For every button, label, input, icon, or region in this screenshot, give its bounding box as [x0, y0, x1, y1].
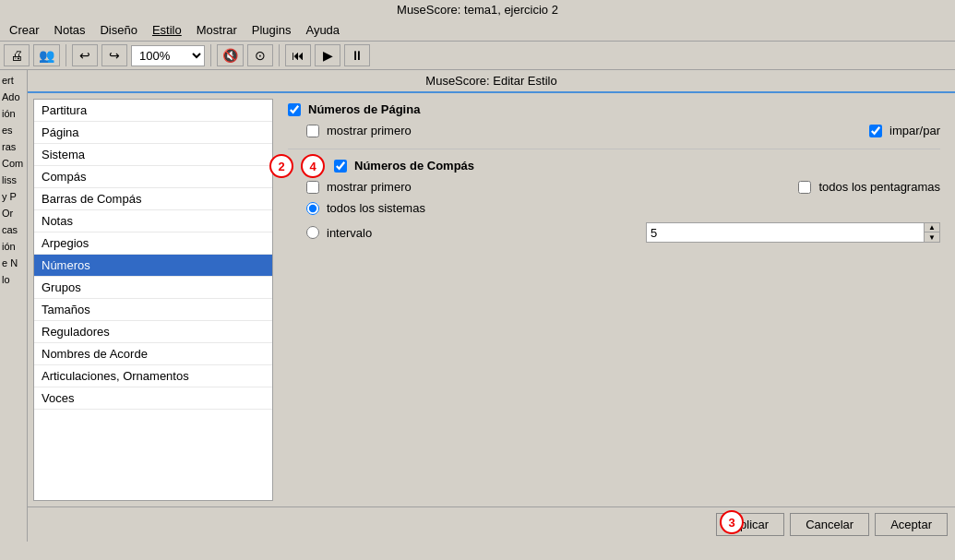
sidebar-item-or: Or: [0, 205, 27, 221]
play-button[interactable]: ▶: [315, 44, 340, 66]
dialog-title: MuseScore: Editar Estilo: [28, 70, 955, 93]
menu-ayuda[interactable]: Ayuda: [300, 21, 345, 39]
separator-1: [66, 44, 66, 66]
sidebar-item-ion: ión: [0, 105, 27, 122]
pause-button[interactable]: ⏸: [344, 44, 370, 66]
mute-button[interactable]: 🔇: [217, 44, 244, 66]
sidebar-item-com: Com: [0, 155, 27, 172]
list-item-articulaciones[interactable]: Articulaciones, Ornamentos: [34, 365, 272, 387]
sidebar-item-es: es: [0, 122, 27, 138]
cancelar-button[interactable]: Cancelar: [790, 513, 869, 536]
list-item-grupos[interactable]: Grupos: [34, 277, 272, 299]
left-sidebar: ert Ado ión es ras Com liss y P Or cas i…: [0, 70, 28, 542]
sidebar-item-en: e N: [0, 255, 27, 271]
section2-radio2-label: intervalo: [327, 226, 372, 240]
section2-radio1-row: todos los sistemas: [306, 201, 940, 215]
list-item-barras[interactable]: Barras de Compás: [34, 188, 272, 210]
section2-options-row-2: intervalo ▲ ▼: [288, 222, 940, 243]
list-item-partitura[interactable]: Partitura: [34, 100, 272, 122]
section1-mostrar-row: mostrar primero: [306, 124, 412, 137]
section2-radio-intervalo[interactable]: [306, 226, 319, 239]
intervalo-input[interactable]: [647, 223, 924, 242]
skip-back-button[interactable]: ⏮: [285, 44, 311, 66]
aceptar-button[interactable]: Aceptar: [875, 513, 948, 536]
section2-mostrar-checkbox[interactable]: [306, 181, 319, 194]
section1-impar-label: impar/par: [889, 124, 940, 137]
section1-header: Números de Página: [288, 102, 940, 116]
section2-todos-pentagramas-row: todos los pentagramas: [798, 180, 940, 194]
section2-mostrar-row: mostrar primero: [306, 180, 412, 194]
list-item-arpegios[interactable]: Arpegios: [34, 232, 272, 255]
spinner-up[interactable]: ▲: [925, 223, 939, 232]
intervalo-input-wrap: ▲ ▼: [646, 222, 940, 243]
sidebar-item-lo: lo: [0, 271, 27, 288]
section1-impar-row: impar/par: [869, 124, 940, 137]
zoom-select[interactable]: 100% 50% 75% 150% 200%: [131, 45, 205, 66]
print-button[interactable]: 🖨: [4, 44, 30, 66]
section2-header: Números de Compás: [334, 159, 940, 173]
menu-notas[interactable]: Notas: [49, 21, 91, 39]
section1-title: Números de Página: [308, 102, 420, 116]
toolbar: 🖨 👥 ↩ ↪ 100% 50% 75% 150% 200% 🔇 ⊙ ⏮ ▶ ⏸: [0, 42, 955, 70]
menu-mostrar[interactable]: Mostrar: [191, 21, 243, 39]
style-list: Partitura Página Sistema Compás Barras d…: [33, 99, 273, 501]
section-numeros-pagina: Números de Página mostrar primero impar/…: [288, 102, 940, 149]
circle-button[interactable]: ⊙: [247, 44, 273, 66]
section1-impar-checkbox[interactable]: [869, 125, 882, 137]
intervalo-spinners: ▲ ▼: [924, 223, 939, 242]
section2-options-row-1: mostrar primero todos los pentagramas: [288, 180, 940, 194]
list-item-reguladores[interactable]: Reguladores: [34, 321, 272, 343]
menu-crear[interactable]: Crear: [4, 21, 45, 39]
app-title: MuseScore: tema1, ejercicio 2: [397, 3, 558, 17]
annotation-4: 4: [301, 154, 325, 178]
list-item-notas[interactable]: Notas: [34, 210, 272, 232]
sidebar-item-yp: y P: [0, 188, 27, 205]
list-item-tamanos[interactable]: Tamaños: [34, 299, 272, 321]
list-item-voces[interactable]: Voces: [34, 387, 272, 410]
annotation-2: 2: [269, 154, 293, 178]
section1-mostrar-checkbox[interactable]: [306, 125, 319, 137]
edit-style-dialog: MuseScore: Editar Estilo Partitura Págin…: [28, 70, 955, 542]
menu-bar: Crear Notas Diseño Estilo Mostrar Plugin…: [0, 19, 955, 42]
section1-options-row: mostrar primero impar/par: [288, 124, 940, 137]
dialog-body: Partitura Página Sistema Compás Barras d…: [28, 93, 955, 506]
redo-button[interactable]: ↪: [101, 44, 127, 66]
spinner-down[interactable]: ▼: [925, 232, 939, 242]
section-numeros-compas: 2 4 Números de Compás mostrar primero: [288, 159, 940, 254]
main-area: ert Ado ión es ras Com liss y P Or cas i…: [0, 70, 955, 542]
user-button[interactable]: 👥: [33, 44, 60, 66]
section2-mostrar-label: mostrar primero: [327, 180, 412, 194]
sidebar-item-ras: ras: [0, 138, 27, 155]
section2-radio-todos-sistemas[interactable]: [306, 202, 319, 215]
list-item-nombres[interactable]: Nombres de Acorde: [34, 343, 272, 365]
undo-button[interactable]: ↩: [72, 44, 98, 66]
title-bar: MuseScore: tema1, ejercicio 2: [0, 0, 955, 19]
sidebar-item-liss: liss: [0, 172, 27, 188]
section2-main-checkbox[interactable]: [334, 160, 347, 173]
aplicar-button[interactable]: Aplicar: [716, 513, 784, 536]
list-item-pagina[interactable]: Página: [34, 122, 272, 144]
menu-estilo[interactable]: Estilo: [147, 21, 187, 39]
separator-2: [210, 44, 211, 66]
list-item-compas[interactable]: Compás: [34, 166, 272, 188]
dialog-footer: 3 Aplicar Cancelar Aceptar: [28, 506, 955, 542]
menu-diseno[interactable]: Diseño: [94, 21, 142, 39]
section2-todos-pentagramas-label: todos los pentagramas: [818, 180, 940, 194]
sidebar-item-cas: cas: [0, 221, 27, 238]
menu-plugins[interactable]: Plugins: [246, 21, 297, 39]
sidebar-item-ado: Ado: [0, 89, 27, 105]
section2-radio2-row: intervalo: [306, 226, 372, 240]
sidebar-item-ion2: ión: [0, 238, 27, 255]
content-panel: Números de Página mostrar primero impar/…: [273, 93, 955, 506]
separator-3: [279, 44, 280, 66]
list-item-sistema[interactable]: Sistema: [34, 144, 272, 166]
section2-radio1-label: todos los sistemas: [327, 201, 425, 215]
section1-main-checkbox[interactable]: [288, 103, 301, 116]
section2-title: Números de Compás: [354, 159, 474, 173]
list-item-numeros[interactable]: Números: [34, 255, 272, 277]
section2-todos-pentagramas-checkbox[interactable]: [798, 181, 811, 194]
sidebar-item-ert: ert: [0, 72, 27, 89]
section1-mostrar-label: mostrar primero: [327, 124, 412, 137]
